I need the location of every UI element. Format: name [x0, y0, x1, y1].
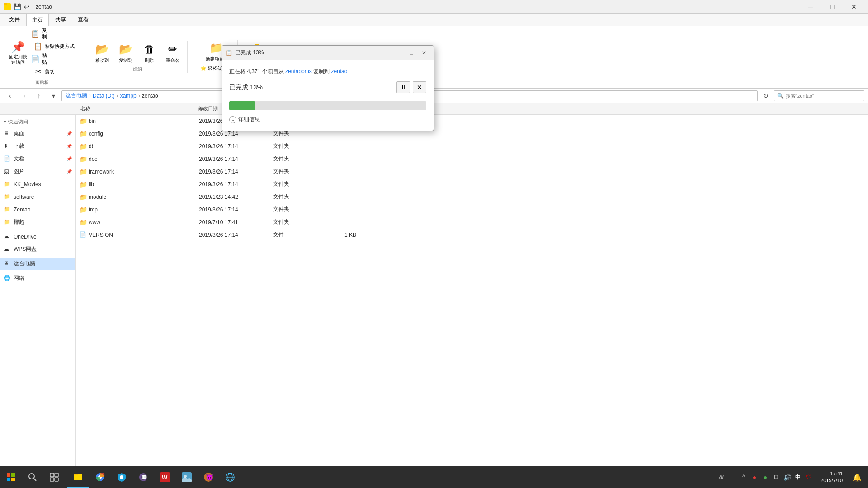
table-row[interactable]: 📁 www 2019/7/10 17:41 文件夹: [76, 216, 868, 229]
svg-text:W: W: [162, 474, 168, 481]
sidebar-item-this-pc[interactable]: 🖥 这台电脑: [0, 258, 75, 270]
sidebar-item-pictures[interactable]: 🖼 图片 📌: [0, 165, 75, 178]
sidebar-item-yaoqiang[interactable]: 📁 椰超: [0, 216, 75, 229]
search-input[interactable]: [786, 93, 861, 99]
maximize-button[interactable]: □: [822, 0, 843, 14]
tray-monitor[interactable]: 🖥: [772, 473, 781, 482]
sidebar-item-software-label: software: [14, 194, 34, 200]
recent-button[interactable]: ▾: [47, 89, 60, 102]
sidebar-item-wps[interactable]: ☁ WPS网盘: [0, 243, 75, 256]
network-icon: 🌐: [4, 275, 11, 282]
notification-button[interactable]: 🔔: [846, 466, 868, 488]
copy-pause-button[interactable]: ⏸: [396, 81, 410, 93]
copy-dialog-maximize[interactable]: □: [406, 48, 417, 58]
path-part-xampp[interactable]: xampp: [120, 93, 137, 99]
sidebar-item-this-pc-label: 这台电脑: [14, 260, 35, 267]
taskbar-mascot[interactable]: 😈: [198, 466, 219, 488]
zentao-sidebar-icon: 📁: [4, 206, 11, 213]
sidebar-item-zentao[interactable]: 📁 Zentao: [0, 203, 75, 216]
tab-share[interactable]: 共享: [50, 14, 71, 26]
folder-icon: 📁: [80, 143, 87, 150]
taskbar-messenger[interactable]: 💬: [132, 466, 154, 488]
delete-button[interactable]: 🗑 删除: [138, 41, 160, 65]
copy-dialog-minimize[interactable]: ─: [393, 48, 405, 58]
copy-source-from: zentaopms: [285, 68, 312, 75]
sidebar-item-desktop[interactable]: 🖥 桌面 📌: [0, 127, 75, 140]
pin-access-button[interactable]: 📌 固定到快速访问: [7, 41, 29, 65]
table-row[interactable]: 📁 lib 2019/3/26 17:14 文件夹: [76, 178, 868, 191]
details-toggle[interactable]: ⌄ 详细信息: [229, 116, 426, 123]
minimize-button[interactable]: ─: [800, 0, 821, 14]
table-row[interactable]: 📁 db 2019/3/26 17:14 文件夹: [76, 140, 868, 153]
table-row[interactable]: 📁 tmp 2019/3/26 17:14 文件夹: [76, 203, 868, 216]
file-date: 2019/3/26 17:14: [199, 181, 271, 188]
taskbar-shield[interactable]: [111, 466, 132, 488]
taskbar-chrome[interactable]: [89, 466, 111, 488]
tray-speaker[interactable]: 🔊: [783, 473, 792, 482]
path-part-this-pc[interactable]: 这台电脑: [66, 92, 87, 99]
sidebar-item-downloads[interactable]: ⬇ 下载 📌: [0, 140, 75, 153]
taskbar-ai[interactable]: Ai: [707, 466, 736, 488]
sidebar-item-documents[interactable]: 📄 文档 📌: [0, 153, 75, 165]
copy-button[interactable]: 📋 复制: [31, 28, 48, 39]
file-size: 1 KB: [320, 232, 356, 238]
taskbar-clock[interactable]: 17:41 2019/7/10: [817, 470, 846, 484]
taskbar-file-explorer[interactable]: [67, 466, 89, 488]
refresh-button[interactable]: ↻: [760, 89, 772, 102]
tray-security[interactable]: 🛡: [804, 473, 813, 482]
table-row[interactable]: 📁 doc 2019/3/26 17:14 文件夹: [76, 153, 868, 165]
sidebar-item-pictures-label: 图片: [14, 168, 24, 175]
taskbar-photos[interactable]: [176, 466, 198, 488]
move-to-button[interactable]: 📂 移动到: [91, 41, 113, 65]
copy-connector: 复制到: [313, 68, 330, 75]
sidebar-item-software[interactable]: 📁 software: [0, 191, 75, 203]
folder-icon: 📁: [80, 206, 87, 213]
table-row[interactable]: 📁 module 2019/1/23 14:42 文件夹: [76, 191, 868, 203]
file-name: config: [89, 131, 197, 137]
sidebar-item-downloads-label: 下载: [14, 142, 24, 150]
back-button[interactable]: ‹: [4, 89, 16, 102]
path-part-zentao[interactable]: zentao: [142, 93, 158, 99]
tab-view[interactable]: 查看: [72, 14, 94, 26]
tab-home[interactable]: 主页: [26, 14, 49, 26]
rename-button[interactable]: ✏ 重命名: [162, 41, 184, 65]
tray-antivirus-red[interactable]: ●: [750, 473, 759, 482]
table-row[interactable]: 📄 VERSION 2019/3/26 17:14 文件 1 KB: [76, 229, 868, 241]
sidebar-item-network[interactable]: 🌐 网络: [0, 272, 75, 285]
sidebar-item-kk-movies[interactable]: 📁 KK_Movies: [0, 178, 75, 191]
copy-cancel-button[interactable]: ✕: [413, 81, 426, 93]
start-button[interactable]: [0, 466, 22, 488]
svg-rect-18: [55, 478, 58, 481]
paste-shortcut-button[interactable]: 📋 粘贴快捷方式: [31, 40, 76, 52]
copy-dialog-close[interactable]: ✕: [418, 48, 430, 58]
pin-indicator4: 📌: [66, 169, 72, 174]
copy-to-button[interactable]: 📂 复制到: [115, 41, 137, 65]
cut-label: 剪切: [45, 68, 55, 75]
taskbar-network-icon[interactable]: [219, 466, 241, 488]
table-row[interactable]: 📁 bin 2019/3/26 17:20 文件夹: [76, 115, 868, 127]
easy-access-icon: ⭐: [200, 66, 207, 71]
up-button[interactable]: ↑: [33, 89, 45, 102]
table-row[interactable]: 📁 config 2019/3/26 17:14 文件夹: [76, 127, 868, 140]
table-row[interactable]: 📁 framework 2019/3/26 17:14 文件夹: [76, 165, 868, 178]
forward-button[interactable]: ›: [18, 89, 31, 102]
search-box[interactable]: 🔍: [774, 90, 864, 101]
col-header-name: 名称: [77, 105, 194, 112]
task-view-button[interactable]: [43, 466, 65, 488]
tray-expand[interactable]: ^: [739, 473, 748, 482]
taskbar-wps[interactable]: W: [154, 466, 176, 488]
tray-keyboard-lang[interactable]: 中: [793, 473, 802, 482]
copy-to-icon: 📂: [118, 42, 133, 56]
copy-dialog-icon: 📋: [226, 50, 232, 56]
tray-antivirus-green[interactable]: ●: [761, 473, 770, 482]
pin-indicator3: 📌: [66, 156, 72, 161]
folder-icon: 📁: [80, 181, 87, 188]
search-button[interactable]: [22, 466, 43, 488]
close-button[interactable]: ✕: [844, 0, 864, 14]
sidebar-item-onedrive[interactable]: ☁ OneDrive: [0, 230, 75, 243]
paste-button[interactable]: 📄 粘贴: [31, 53, 48, 64]
tab-file[interactable]: 文件: [4, 14, 25, 26]
kk-movies-icon: 📁: [4, 181, 11, 188]
path-part-data[interactable]: Data (D:): [93, 93, 115, 99]
cut-button[interactable]: ✂ 剪切: [31, 65, 76, 78]
